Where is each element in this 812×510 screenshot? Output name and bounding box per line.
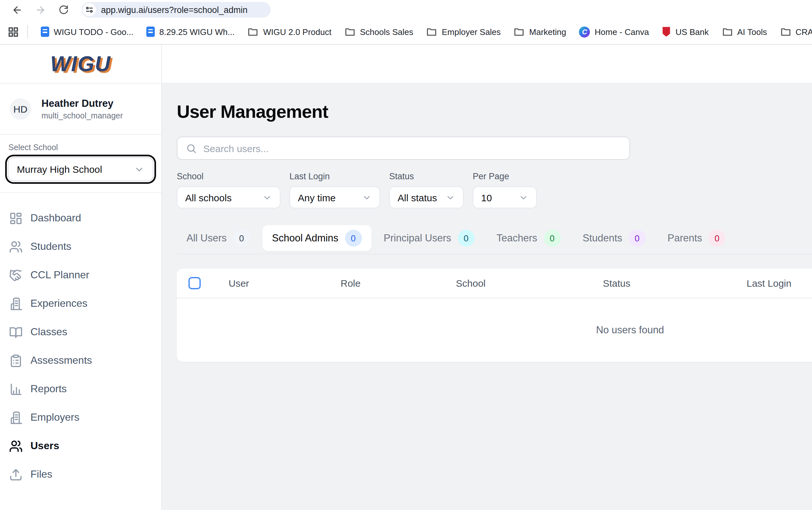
- bookmarks-bar: WIGU TODO - Goo... 8.29.25 WIGU Wh... WI…: [0, 20, 812, 44]
- tab-school-admins[interactable]: School Admins 0: [262, 225, 371, 251]
- per-page-dropdown[interactable]: 10: [473, 186, 537, 208]
- avatar: HD: [10, 98, 31, 119]
- filters-row: School All schools Last Login Any time: [177, 172, 812, 208]
- search-box[interactable]: [177, 137, 630, 160]
- sidebar: WIGU HD Heather Dutrey multi_school_mana…: [0, 44, 162, 510]
- users-table: User Role School Status Last Login No us…: [177, 269, 812, 362]
- filter-value: Any time: [298, 192, 336, 203]
- filter-school: School All schools: [177, 172, 280, 208]
- building-icon: [9, 411, 23, 424]
- bookmark-folder-ai-tools[interactable]: AI Tools: [722, 26, 767, 37]
- tab-principal-users[interactable]: Principal Users 0: [374, 225, 484, 251]
- table-header-row: User Role School Status Last Login: [177, 269, 812, 298]
- filter-value: All schools: [185, 192, 231, 203]
- count-badge: 0: [709, 230, 726, 247]
- bookmark-label: WIGU 2.0 Product: [263, 27, 331, 36]
- bookmark-folder-schools-sales[interactable]: Schools Sales: [345, 26, 413, 37]
- bookmark-folder-employer-sales[interactable]: Employer Sales: [426, 26, 501, 37]
- wigu-logo[interactable]: WIGU: [50, 52, 111, 76]
- count-badge: 0: [544, 230, 560, 247]
- folder-icon: [248, 26, 259, 37]
- handshake-icon: [9, 268, 23, 282]
- sidebar-item-assessments[interactable]: Assessments: [0, 346, 161, 375]
- book-open-icon: [9, 325, 23, 339]
- clipboard-list-icon: [9, 354, 23, 367]
- sidebar-item-users[interactable]: Users: [0, 432, 161, 460]
- bookmark-us-bank[interactable]: US Bank: [662, 27, 709, 37]
- empty-state-message: No users found: [177, 298, 812, 362]
- site-settings-button[interactable]: [83, 3, 96, 16]
- bookmark-label: Employer Sales: [442, 27, 501, 36]
- sidebar-item-dashboard[interactable]: Dashboard: [0, 204, 161, 232]
- sidebar-item-label: Dashboard: [30, 212, 81, 224]
- last-login-filter-dropdown[interactable]: Any time: [289, 186, 380, 208]
- folder-icon: [345, 26, 355, 37]
- count-badge: 0: [233, 230, 250, 247]
- folder-icon: [722, 26, 733, 37]
- upload-icon: [9, 468, 23, 481]
- filter-label: Status: [389, 172, 464, 181]
- main-header-band: [162, 44, 812, 84]
- tab-label: All Users: [186, 232, 227, 244]
- school-select-dropdown[interactable]: Murray High School: [8, 157, 153, 181]
- bookmark-label: CRAEA: [795, 27, 812, 36]
- tab-all-users[interactable]: All Users 0: [177, 225, 260, 251]
- chevron-down-icon: [362, 192, 372, 202]
- status-filter-dropdown[interactable]: All status: [389, 186, 464, 208]
- bookmark-folder-craea[interactable]: CRAEA: [780, 26, 812, 37]
- apps-grid-button[interactable]: [6, 25, 20, 38]
- chevron-down-icon: [445, 192, 455, 202]
- bookmark-label: AI Tools: [737, 27, 767, 36]
- tab-label: Teachers: [497, 232, 538, 244]
- main-area: User Management School All schools La: [162, 44, 812, 510]
- canva-icon: C: [579, 26, 590, 37]
- logo-section: WIGU: [0, 44, 161, 84]
- apps-grid-icon: [7, 26, 19, 37]
- users-icon: [9, 240, 23, 253]
- tab-teachers[interactable]: Teachers 0: [487, 225, 571, 251]
- folder-icon: [426, 26, 437, 37]
- role-tabs: All Users 0 School Admins 0 Principal Us…: [177, 225, 812, 254]
- url-text[interactable]: app.wigu.ai/users?role=school_admin: [101, 5, 248, 14]
- sidebar-item-label: Assessments: [30, 355, 92, 366]
- sidebar-item-files[interactable]: Files: [0, 460, 161, 489]
- count-badge: 0: [458, 230, 475, 247]
- bookmark-folder-marketing[interactable]: Marketing: [514, 26, 566, 37]
- reload-button[interactable]: [57, 3, 70, 16]
- search-input[interactable]: [203, 143, 621, 154]
- google-doc-icon: [146, 27, 155, 37]
- address-bar[interactable]: app.wigu.ai/users?role=school_admin: [82, 2, 271, 18]
- chevron-down-icon: [519, 192, 528, 202]
- sidebar-item-label: Employers: [30, 412, 79, 423]
- select-all-checkbox[interactable]: [188, 277, 201, 289]
- bookmark-label: Marketing: [529, 27, 566, 36]
- filter-last-login: Last Login Any time: [289, 172, 380, 208]
- sidebar-item-label: Users: [30, 440, 59, 452]
- user-name: Heather Dutrey: [41, 97, 123, 109]
- sidebar-item-ccl-planner[interactable]: CCL Planner: [0, 261, 161, 289]
- tab-students[interactable]: Students 0: [573, 225, 655, 251]
- sidebar-item-experiences[interactable]: Experiences: [0, 289, 161, 318]
- column-header-last-login: Last Login: [747, 278, 812, 289]
- google-doc-icon: [41, 27, 49, 37]
- folder-icon: [514, 26, 525, 37]
- bookmark-canva[interactable]: C Home - Canva: [579, 26, 649, 37]
- tab-parents[interactable]: Parents 0: [658, 225, 735, 251]
- sidebar-item-employers[interactable]: Employers: [0, 403, 161, 432]
- chevron-down-icon: [134, 164, 144, 174]
- bookmark-wigu-whiteboard[interactable]: 8.29.25 WIGU Wh...: [146, 27, 235, 37]
- sidebar-item-students[interactable]: Students: [0, 232, 161, 261]
- sidebar-item-classes[interactable]: Classes: [0, 318, 161, 346]
- back-button[interactable]: [10, 3, 23, 16]
- forward-button[interactable]: [34, 3, 47, 16]
- school-filter-dropdown[interactable]: All schools: [177, 186, 280, 208]
- column-header-school: School: [456, 278, 603, 289]
- school-selector-section: Select School Murray High School: [0, 134, 161, 193]
- bookmark-folder-wigu-product[interactable]: WIGU 2.0 Product: [248, 26, 331, 37]
- sidebar-item-reports[interactable]: Reports: [0, 375, 161, 403]
- sidebar-item-label: Files: [30, 469, 53, 480]
- tab-label: Principal Users: [384, 232, 451, 244]
- dashboard-icon: [9, 211, 23, 225]
- chevron-down-icon: [262, 192, 272, 202]
- bookmark-wigu-todo[interactable]: WIGU TODO - Goo...: [41, 27, 134, 37]
